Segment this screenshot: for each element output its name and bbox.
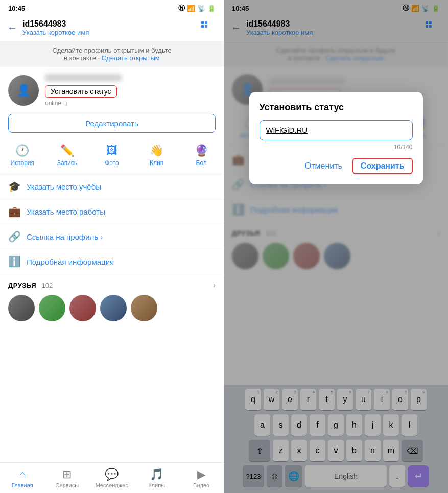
list-detail-label: Подробная информация (27, 257, 114, 266)
status-dialog: Установить статус 10/140 Отменить Сохран… (249, 92, 423, 184)
nfc-icon: Ⓝ (178, 4, 185, 13)
friends-title-left: ДРУЗЬЯ (8, 281, 36, 289)
make-open-link-left[interactable]: Сделать открытым (102, 54, 160, 62)
messenger-nav-icon-left: 💬 (105, 468, 119, 481)
friend-avatar-3 (69, 295, 96, 321)
nav-services-left[interactable]: ⊞ Сервисы (45, 463, 90, 493)
bol-icon-left: 🔮 (195, 144, 208, 157)
work-icon: 💼 (8, 205, 20, 218)
nav-clips-label-left: Клипы (148, 482, 165, 488)
record-icon-left: ✏️ (60, 144, 74, 157)
nav-messenger-label-left: Мессенджер (96, 482, 129, 488)
friends-chevron-left[interactable]: › (213, 281, 216, 289)
dialog-actions: Отменить Сохранить (260, 158, 413, 174)
profile-section-left: 👤 Установить статус online □ (0, 67, 224, 114)
friends-avatars-left (8, 295, 216, 321)
history-icon-left: 🕐 (15, 144, 29, 157)
cancel-button[interactable]: Отменить (305, 161, 342, 171)
battery-icon: 🔋 (207, 5, 216, 12)
status-bar-left: 10:45 Ⓝ 📶 📡 🔋 (0, 0, 224, 14)
study-icon: 🎓 (8, 180, 20, 193)
time-left: 10:45 (8, 5, 25, 12)
info-icon: ℹ️ (8, 255, 20, 268)
link-icon: 🔗 (8, 230, 20, 243)
list-link-label: Ссылка на профиль › (27, 232, 103, 241)
online-status-left: online □ (45, 100, 216, 107)
info-banner-left: Сделайте профиль открытым и будьтев конт… (0, 41, 224, 67)
edit-button-left[interactable]: Редактировать (8, 114, 216, 133)
action-photo-left[interactable]: 🖼 Фото (89, 141, 134, 170)
clips-nav-icon-left: 🎵 (150, 468, 163, 481)
list-work-label: Указать место работы (27, 207, 105, 216)
qr-button-left[interactable] (198, 18, 217, 37)
nav-video-left[interactable]: ▶ Видео (179, 463, 224, 493)
profile-name-left (45, 74, 122, 81)
right-panel: 10:45 Ⓝ 📶 📡 🔋 ← id15644983 Указать корот… (224, 0, 448, 493)
nav-home-left[interactable]: ⌂ Главная (0, 463, 45, 493)
avatar-left: 👤 (8, 75, 39, 106)
header-title-left: id15644983 Указать короткое имя (22, 19, 193, 36)
app-header-left: ← id15644983 Указать короткое имя (0, 14, 224, 41)
friends-header-left: ДРУЗЬЯ 102 › (8, 280, 216, 290)
status-icons-left: Ⓝ 📶 📡 🔋 (178, 4, 216, 13)
wifi-icon: 📶 (187, 5, 195, 12)
friend-avatar-2 (39, 295, 65, 321)
list-item-work[interactable]: 💼 Указать место работы (0, 199, 224, 224)
back-button-left[interactable]: ← (7, 22, 17, 34)
action-history-label: История (11, 159, 35, 167)
bottom-nav-left: ⌂ Главная ⊞ Сервисы 💬 Мессенджер 🎵 Клипы… (0, 462, 224, 493)
left-panel: 10:45 Ⓝ 📶 📡 🔋 ← id15644983 Указать корот… (0, 0, 224, 493)
action-clip-left[interactable]: 👋 Клип (134, 141, 179, 170)
clip-icon-left: 👋 (150, 144, 163, 157)
status-input[interactable] (266, 126, 406, 134)
services-nav-icon-left: ⊞ (62, 468, 72, 481)
video-nav-icon-left: ▶ (197, 468, 206, 481)
list-item-study[interactable]: 🎓 Указать место учёбы (0, 174, 224, 199)
friends-section-left: ДРУЗЬЯ 102 › (0, 274, 224, 325)
action-bol-label: Бол (196, 159, 207, 167)
nav-services-label-left: Сервисы (56, 482, 79, 488)
action-history-left[interactable]: 🕐 История (0, 141, 45, 170)
info-text-left: Сделайте профиль открытым и будьтев конт… (52, 46, 171, 62)
list-item-detail[interactable]: ℹ️ Подробная информация (0, 249, 224, 274)
avatar-image-left: 👤 (8, 75, 39, 106)
profile-info-left: Установить статус online □ (45, 74, 216, 107)
char-count: 10/140 (260, 144, 413, 151)
actions-row-left: 🕐 История ✏️ Запись 🖼 Фото 👋 Клип 🔮 Бол (0, 139, 224, 174)
signal-icon: 📡 (197, 5, 205, 12)
friend-avatar-5 (131, 295, 157, 321)
user-id-left: id15644983 (22, 19, 193, 29)
friends-count-left: 102 (42, 281, 53, 289)
list-study-label: Указать место учёбы (27, 182, 101, 191)
action-photo-label: Фото (105, 159, 119, 167)
dialog-input-container[interactable] (260, 120, 413, 140)
nav-home-label-left: Главная (12, 482, 33, 488)
action-clip-label: Клип (150, 159, 163, 167)
nav-video-label-left: Видео (193, 482, 209, 488)
action-bol-left[interactable]: 🔮 Бол (179, 141, 224, 170)
short-name-left[interactable]: Указать короткое имя (22, 29, 193, 36)
action-record-left[interactable]: ✏️ Запись (45, 141, 90, 170)
dialog-overlay: Установить статус 10/140 Отменить Сохран… (224, 0, 448, 493)
action-record-label: Запись (57, 159, 77, 167)
list-item-profile-link[interactable]: 🔗 Ссылка на профиль › (0, 224, 224, 249)
dialog-title: Установить статус (260, 102, 413, 113)
status-button-left[interactable]: Установить статус (45, 85, 117, 98)
home-nav-icon-left: ⌂ (19, 468, 26, 481)
friend-avatar-1 (8, 295, 35, 321)
photo-icon-left: 🖼 (106, 144, 117, 157)
nav-clips-left[interactable]: 🎵 Клипы (134, 463, 179, 493)
save-button[interactable]: Сохранить (352, 158, 413, 174)
friend-avatar-4 (100, 295, 127, 321)
nav-messenger-left[interactable]: 💬 Мессенджер (89, 463, 134, 493)
